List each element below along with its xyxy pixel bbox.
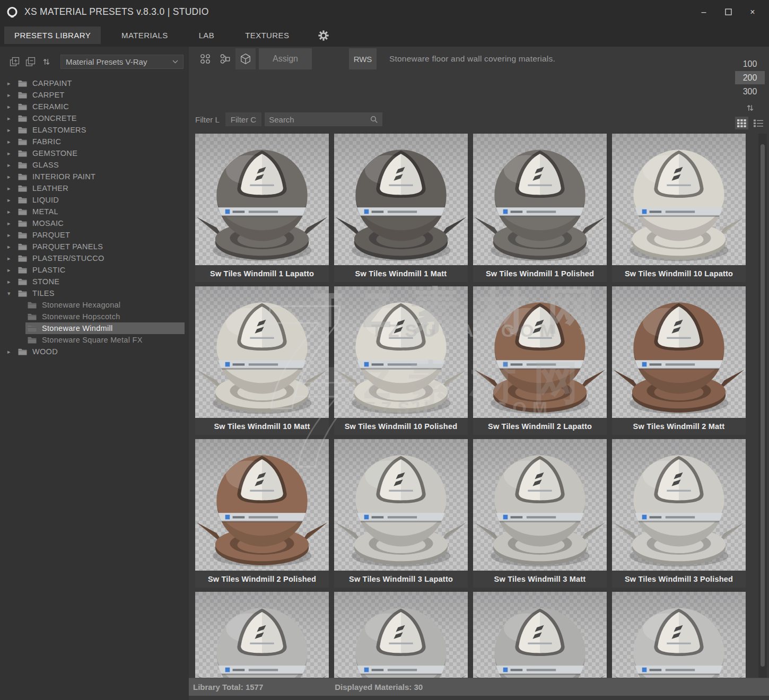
thumbnail-size-100[interactable]: 100 bbox=[735, 57, 765, 71]
material-tile[interactable]: Sw Tiles Windmill 2 Lapatto bbox=[473, 286, 607, 435]
expand-all-icon[interactable] bbox=[7, 55, 21, 68]
caret-right-icon[interactable]: ▸ bbox=[7, 162, 18, 169]
collapse-all-icon[interactable] bbox=[23, 55, 37, 68]
sidebar-item-stoneware-windmill[interactable]: Stoneware Windmill bbox=[25, 322, 185, 334]
close-button[interactable]: × bbox=[740, 3, 765, 21]
caret-right-icon[interactable]: ▸ bbox=[7, 255, 18, 262]
list-view-icon[interactable] bbox=[751, 117, 765, 129]
assign-button[interactable]: Assign bbox=[259, 48, 312, 69]
filter-library-label[interactable]: Filter L bbox=[195, 115, 220, 124]
sidebar-item-leather[interactable]: ▸LEATHER bbox=[0, 182, 189, 194]
material-tile[interactable]: Sw Tiles Windmill 3 Matt bbox=[473, 439, 607, 588]
material-tile[interactable] bbox=[195, 592, 329, 678]
sidebar-item-plastic[interactable]: ▸PLASTIC bbox=[0, 264, 189, 276]
sidebar-item-ceramic[interactable]: ▸CERAMIC bbox=[0, 101, 189, 112]
folder-icon bbox=[18, 290, 27, 297]
caret-right-icon[interactable]: ▸ bbox=[7, 278, 18, 285]
caret-right-icon[interactable]: ▸ bbox=[7, 150, 18, 157]
sidebar-item-parquet-panels[interactable]: ▸PARQUET PANELS bbox=[0, 241, 189, 252]
caret-right-icon[interactable]: ▸ bbox=[7, 220, 18, 227]
material-tile[interactable]: Sw Tiles Windmill 1 Matt bbox=[334, 134, 468, 282]
material-tile[interactable]: Sw Tiles Windmill 1 Polished bbox=[473, 134, 607, 282]
sidebar-item-label: ELASTOMERS bbox=[32, 126, 86, 134]
tab-lab[interactable]: LAB bbox=[189, 27, 225, 44]
caret-right-icon[interactable]: ▸ bbox=[7, 243, 18, 250]
sidebar-item-stone[interactable]: ▸STONE bbox=[0, 276, 189, 287]
material-tile[interactable]: Sw Tiles Windmill 1 Lapatto bbox=[195, 134, 329, 282]
material-tile[interactable] bbox=[473, 592, 607, 678]
thumbnail-size-300[interactable]: 300 bbox=[735, 85, 765, 98]
caret-right-icon[interactable]: ▸ bbox=[7, 348, 18, 355]
sidebar-item-carpet[interactable]: ▸CARPET bbox=[0, 89, 189, 101]
caret-right-icon[interactable]: ▸ bbox=[7, 80, 18, 87]
minimize-button[interactable]: – bbox=[692, 3, 716, 21]
material-name: Sw Tiles Windmill 3 Polished bbox=[612, 571, 746, 588]
caret-right-icon[interactable]: ▸ bbox=[7, 173, 18, 180]
rws-button[interactable]: RWS bbox=[349, 48, 377, 69]
maximize-button[interactable] bbox=[716, 3, 740, 21]
sidebar-item-parquet[interactable]: ▸PARQUET bbox=[0, 229, 189, 241]
caret-right-icon[interactable]: ▸ bbox=[7, 208, 18, 215]
material-name: Sw Tiles Windmill 2 Lapatto bbox=[473, 418, 607, 435]
caret-right-icon[interactable]: ▸ bbox=[7, 127, 18, 134]
thumbnail-size-200[interactable]: 200 bbox=[735, 71, 765, 84]
caret-down-icon[interactable]: ▾ bbox=[7, 290, 18, 297]
filter-category-button[interactable]: Filter C bbox=[225, 112, 261, 126]
sidebar-item-elastomers[interactable]: ▸ELASTOMERS bbox=[0, 124, 189, 136]
material-tile[interactable]: Sw Tiles Windmill 10 Matt bbox=[195, 286, 329, 435]
material-tile[interactable]: Sw Tiles Windmill 10 Polished bbox=[334, 286, 468, 435]
scrollbar-thumb[interactable] bbox=[761, 144, 765, 667]
sidebar-item-tiles[interactable]: ▾TILES bbox=[0, 287, 189, 299]
tab-materials[interactable]: MATERIALS bbox=[111, 27, 178, 44]
caret-right-icon[interactable]: ▸ bbox=[7, 232, 18, 239]
caret-right-icon[interactable]: ▸ bbox=[7, 197, 18, 204]
material-tile[interactable]: Sw Tiles Windmill 2 Matt bbox=[612, 286, 746, 435]
caret-right-icon[interactable]: ▸ bbox=[7, 138, 18, 145]
sort-order-icon[interactable] bbox=[735, 101, 765, 115]
material-tile[interactable] bbox=[334, 592, 468, 678]
sidebar-item-stoneware-hopscotch[interactable]: Stoneware Hopscotch bbox=[25, 311, 185, 322]
sidebar-item-wood[interactable]: ▸WOOD bbox=[0, 346, 189, 357]
sidebar-item-stoneware-hexagonal[interactable]: Stoneware Hexagonal bbox=[25, 299, 185, 311]
tab-presets-library[interactable]: PRESETS LIBRARY bbox=[4, 27, 101, 44]
material-tile[interactable] bbox=[612, 592, 746, 678]
material-tile[interactable]: Sw Tiles Windmill 3 Polished bbox=[612, 439, 746, 588]
preset-library-dropdown[interactable]: Material Presets V-Ray bbox=[60, 55, 183, 69]
sidebar-item-glass[interactable]: ▸GLASS bbox=[0, 159, 189, 171]
sidebar-item-label: GEMSTONE bbox=[32, 149, 77, 158]
sidebar-item-mosaic[interactable]: ▸MOSAIC bbox=[0, 217, 189, 229]
sidebar-item-stoneware-square-metal-fx[interactable]: Stoneware Square Metal FX bbox=[25, 334, 185, 346]
sort-tree-icon[interactable] bbox=[39, 55, 53, 68]
material-preview bbox=[334, 592, 468, 678]
tab-bar: PRESETS LIBRARYMATERIALSLABTEXTURES bbox=[0, 24, 769, 47]
sidebar-item-plaster-stucco[interactable]: ▸PLASTER/STUCCO bbox=[0, 252, 189, 264]
sidebar-item-metal[interactable]: ▸METAL bbox=[0, 206, 189, 217]
sidebar-item-concrete[interactable]: ▸CONCRETE bbox=[0, 112, 189, 124]
cube-preview-icon[interactable] bbox=[235, 48, 256, 69]
sidebar-item-label: CERAMIC bbox=[32, 102, 69, 111]
search-input[interactable] bbox=[269, 115, 370, 124]
caret-right-icon[interactable]: ▸ bbox=[7, 185, 18, 192]
materials-grid: Sw Tiles Windmill 1 Lapatto Sw Tiles Win… bbox=[195, 134, 769, 678]
sidebar-item-gemstone[interactable]: ▸GEMSTONE bbox=[0, 147, 189, 159]
caret-right-icon[interactable]: ▸ bbox=[7, 92, 18, 99]
sidebar-item-carpaint[interactable]: ▸CARPAINT bbox=[0, 77, 189, 89]
material-tile[interactable]: Sw Tiles Windmill 10 Lapatto bbox=[612, 134, 746, 282]
caret-right-icon[interactable]: ▸ bbox=[7, 115, 18, 122]
node-schema-icon[interactable] bbox=[215, 48, 235, 69]
sidebar-item-liquid[interactable]: ▸LIQUID bbox=[0, 194, 189, 206]
settings-gear-icon[interactable] bbox=[318, 30, 329, 41]
scrollbar-track[interactable] bbox=[758, 134, 767, 678]
grid-view-icon[interactable] bbox=[735, 117, 748, 129]
folder-icon bbox=[18, 267, 27, 274]
material-tile[interactable]: Sw Tiles Windmill 3 Lapatto bbox=[334, 439, 468, 588]
sidebar-item-fabric[interactable]: ▸FABRIC bbox=[0, 136, 189, 147]
caret-right-icon[interactable]: ▸ bbox=[7, 103, 18, 110]
folder-icon bbox=[18, 348, 27, 355]
material-tile[interactable]: Sw Tiles Windmill 2 Polished bbox=[195, 439, 329, 588]
tab-textures[interactable]: TEXTURES bbox=[235, 27, 299, 44]
caret-right-icon[interactable]: ▸ bbox=[7, 267, 18, 274]
sidebar-item-interior-paint[interactable]: ▸INTERIOR PAINT bbox=[0, 171, 189, 182]
preview-spheres-icon[interactable] bbox=[195, 48, 215, 69]
sidebar-item-label: FABRIC bbox=[32, 137, 61, 146]
